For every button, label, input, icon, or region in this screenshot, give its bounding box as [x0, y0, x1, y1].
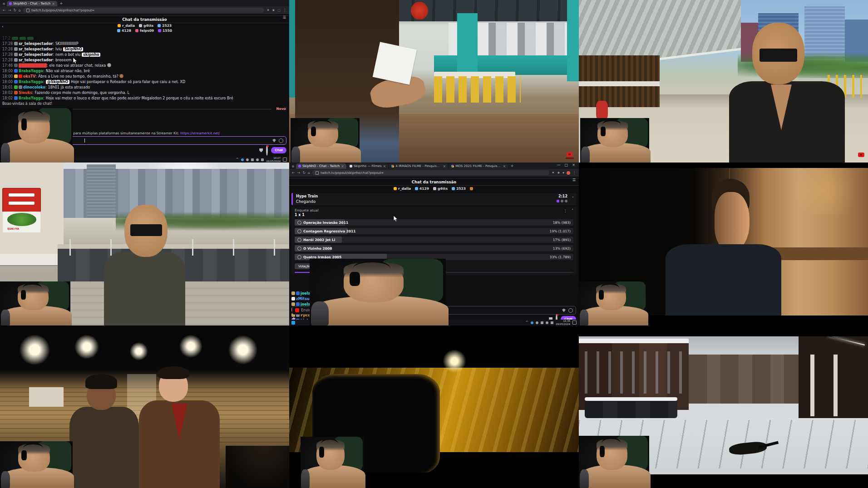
leaderboard-entry[interactable]: felps09 [135, 29, 154, 33]
leaderboard-entry[interactable]: g4tts [433, 187, 448, 191]
kebab-menu-icon[interactable]: ⋮ [563, 209, 567, 213]
message-username[interactable]: BrabaYagga [19, 80, 43, 84]
viewers-icon[interactable]: ☰ [572, 178, 576, 182]
radio-icon[interactable] [297, 255, 301, 259]
message-username[interactable]: BrabaYagga [19, 69, 43, 73]
new-tab-icon[interactable]: + [510, 163, 514, 168]
gifter-leaderboard[interactable]: r_dallag4tts2523 4128felps091550 [0, 24, 289, 33]
radio-icon[interactable] [297, 221, 301, 225]
bits-icon[interactable] [272, 139, 276, 143]
settings-gear-icon[interactable] [266, 146, 268, 155]
bookmark-icon[interactable]: ★ [557, 171, 560, 175]
tray-app-icon[interactable] [541, 321, 543, 324]
close-icon[interactable]: × [572, 163, 575, 167]
radio-icon[interactable] [297, 238, 301, 242]
leaderboard-entry[interactable]: 4128 [117, 29, 131, 33]
facecam-streamer [310, 259, 446, 325]
address-bar[interactable]: twitch.tv/popout/skipnho/chat?popout= [23, 8, 264, 13]
forward-icon[interactable]: → [8, 9, 11, 12]
leaderboard-entry[interactable] [470, 187, 474, 190]
maximize-icon[interactable]: □ [565, 163, 568, 167]
poll-option[interactable]: O Vizinho 2008 13% (692) [295, 245, 573, 251]
streamerkit-link[interactable]: https://streamerkit.net/ [180, 131, 220, 135]
taskbar-clock[interactable]: 18:3626/05/2024 [556, 320, 570, 325]
tray-app-icon[interactable] [531, 321, 533, 324]
reload-icon[interactable]: ↻ [13, 9, 16, 12]
forward-icon[interactable]: → [297, 171, 301, 175]
tab-close-icon[interactable]: × [383, 164, 386, 168]
message-username[interactable]: ██████████ [19, 64, 47, 68]
back-icon[interactable]: ← [3, 9, 6, 12]
browser-tab[interactable]: 4 IRMÃOS FILME - Pesquisa G... × [389, 163, 448, 169]
tray-volume-icon[interactable] [256, 158, 259, 161]
emote-picker-icon[interactable] [568, 308, 573, 313]
send-chat-button[interactable]: Chat [271, 147, 286, 153]
browser-tab[interactable]: SkipNhO - Chat - Twitch × [296, 163, 346, 169]
gifter-leaderboard[interactable]: r_dalla4129g4tts2523 [289, 187, 579, 191]
tray-app-icon[interactable] [246, 158, 249, 161]
message-username[interactable]: Siouks [19, 91, 32, 95]
mod-shield-icon[interactable] [259, 148, 263, 153]
leaderboard-entry[interactable]: 2523 [158, 24, 172, 28]
message-username[interactable]: oksTV [23, 74, 35, 79]
radio-icon[interactable] [297, 229, 301, 233]
tab-close-icon[interactable]: × [341, 164, 344, 168]
message-username[interactable]: sr_telespectador [19, 42, 53, 46]
leaderboard-entry[interactable]: 4129 [415, 187, 429, 191]
tray-network-icon[interactable] [261, 158, 264, 161]
notification-center-icon[interactable] [283, 158, 287, 162]
browser-tab[interactable]: MOS 2021 FILME - Pesquisa G... × [449, 163, 508, 169]
tray-expand-icon[interactable]: ^ [236, 158, 239, 162]
tray-volume-icon[interactable] [546, 321, 548, 324]
message-username[interactable]: sr_telespectador [19, 58, 53, 62]
scene-sukiya-sign-squiggle [9, 202, 35, 205]
home-icon[interactable]: ⌂ [308, 171, 310, 175]
menu-icon[interactable]: ⋮ [572, 171, 576, 175]
message-username[interactable]: sr_telespectador [19, 47, 53, 51]
bits-icon[interactable] [562, 309, 566, 312]
profile-avatar[interactable] [567, 171, 570, 175]
new-tab-icon[interactable]: + [59, 1, 63, 5]
message-username[interactable]: dinocoloko [23, 85, 45, 89]
leaderboard-entry[interactable]: 2523 [452, 187, 466, 191]
menu-icon[interactable]: ⋮ [283, 9, 286, 12]
taskbar-clock[interactable]: 18:0726/05/2024 [266, 157, 281, 162]
notification-center-icon[interactable] [572, 320, 577, 325]
tray-expand-icon[interactable]: ^ [526, 321, 529, 325]
tab-close-icon[interactable]: × [443, 164, 446, 168]
chevron-down-icon[interactable]: ˅ [572, 197, 574, 201]
windows-start-icon[interactable] [291, 321, 295, 325]
poll-option[interactable]: Operação Invasão 2011 18% (983) [295, 219, 573, 226]
address-bar[interactable]: twitch.tv/popout/skipnho/chat?popout= [312, 170, 549, 175]
tab-close-icon[interactable]: × [52, 2, 55, 6]
back-icon[interactable]: ← [292, 171, 295, 175]
tray-app-icon[interactable] [251, 158, 254, 161]
tray-app-icon[interactable] [241, 158, 244, 161]
browser-tab[interactable]: SkipNhO - Chat - Twitch × [7, 1, 57, 6]
poll-option[interactable]: Herói 2002 Jet Li 17% (891) [295, 237, 573, 243]
tab-close-icon[interactable]: × [503, 164, 506, 168]
reload-icon[interactable]: ↻ [302, 171, 306, 175]
hype-train-card[interactable]: Hype Train Chegando 2:12 ˅ [291, 193, 577, 205]
tray-network-icon[interactable] [551, 321, 553, 324]
message-username[interactable]: BrabaYagga [19, 96, 43, 100]
extensions-icon[interactable]: ◌ [277, 9, 281, 12]
tray-app-icon[interactable] [536, 321, 538, 324]
poll-option[interactable]: Contagem Regressiva 2011 19% (1.017) [295, 228, 573, 234]
leaderboard-entry[interactable]: 1550 [158, 29, 172, 33]
leaderboard-entry[interactable]: r_dalla [394, 187, 411, 191]
leaderboard-entry[interactable]: r_dalla [118, 24, 135, 28]
message-username[interactable]: sr_telespectador [19, 53, 53, 57]
chevron-up-icon[interactable]: ˄ [572, 209, 573, 213]
home-icon[interactable]: ⌂ [19, 9, 21, 12]
downloads-icon[interactable]: ▾ [562, 171, 564, 175]
minimize-icon[interactable]: — [557, 163, 561, 167]
share-icon[interactable]: ✶ [266, 9, 270, 12]
search-icon[interactable]: ✶ [552, 171, 555, 175]
leaderboard-entry[interactable]: g4tts [139, 24, 153, 28]
viewers-icon[interactable]: ☰ [283, 15, 286, 20]
emote-picker-icon[interactable] [279, 138, 283, 143]
radio-icon[interactable] [297, 246, 301, 251]
bookmark-icon[interactable]: ★ [272, 9, 275, 12]
browser-tab[interactable]: Skipnho — Filmes × [347, 163, 388, 169]
